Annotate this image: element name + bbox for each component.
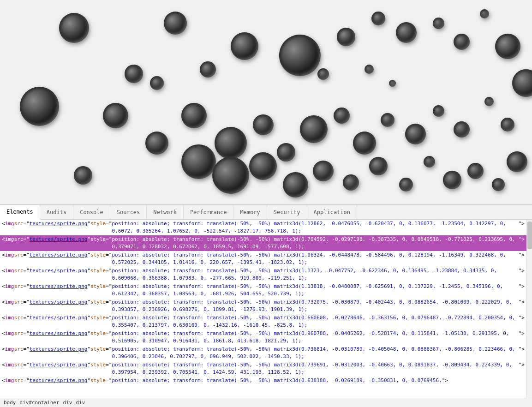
bubble <box>381 113 395 127</box>
bubble <box>313 161 334 181</box>
bubble <box>231 32 258 60</box>
breadcrumb-item[interactable]: div <box>76 400 85 406</box>
bubble <box>454 34 470 50</box>
code-line: <img src="textures/sprite.png" style="po… <box>0 220 526 235</box>
breadcrumb-item[interactable]: div#container <box>20 400 60 406</box>
bubble <box>371 12 385 25</box>
bubble <box>164 12 187 35</box>
tab-elements[interactable]: Elements <box>0 205 40 220</box>
bubble <box>405 124 426 144</box>
bubble <box>212 157 249 194</box>
src-link[interactable]: textures/sprite.png <box>30 283 88 290</box>
bubble <box>337 28 355 46</box>
tab-memory[interactable]: Memory <box>233 205 267 219</box>
bubble <box>389 80 396 87</box>
bubble-canvas <box>0 0 532 204</box>
bubble <box>467 163 484 179</box>
bubble <box>396 22 417 43</box>
scrollbar-track[interactable] <box>526 220 532 398</box>
bubble <box>215 127 247 159</box>
bubble <box>59 13 89 43</box>
tab-console[interactable]: Console <box>73 205 110 219</box>
tab-audits[interactable]: Audits <box>40 205 73 219</box>
bubble <box>512 69 532 97</box>
tab-performance[interactable]: Performance <box>184 205 233 219</box>
code-line: <img src="textures/sprite.png" style="po… <box>0 267 526 282</box>
src-link[interactable]: textures/sprite.png <box>30 346 88 353</box>
code-line: <img src="textures/sprite.png" style="po… <box>0 345 526 361</box>
code-line: <img src="textures/sprite.png" style="po… <box>0 314 526 329</box>
bubble <box>181 103 207 128</box>
code-line: <img src="textures/sprite.png" style="po… <box>0 361 526 377</box>
status-bar: body div#container div div <box>0 398 532 407</box>
bubble <box>353 132 376 155</box>
bubble <box>249 152 277 180</box>
src-link[interactable]: textures/sprite.png <box>30 377 88 384</box>
devtools-content: <img src="textures/sprite.png" style="po… <box>0 220 532 398</box>
bubble <box>443 171 461 189</box>
bubble <box>424 156 435 168</box>
src-link[interactable]: textures/sprite.png <box>30 251 88 259</box>
bubble <box>145 132 168 155</box>
bubble <box>74 166 92 185</box>
bubble <box>277 143 295 162</box>
bubble <box>495 34 520 59</box>
code-lines-container: <img src="textures/sprite.png" style="po… <box>0 220 532 398</box>
src-link[interactable]: textures/sprite.png <box>30 330 88 337</box>
bubble <box>200 61 216 78</box>
src-link[interactable]: textures/sprite.png <box>30 314 88 322</box>
bubble <box>369 157 388 175</box>
src-link[interactable]: textures/sprite.png <box>30 361 88 369</box>
code-line: <img src="textures/sprite.png" style="po… <box>0 377 526 385</box>
bubble <box>317 68 329 80</box>
bubble <box>492 178 505 191</box>
devtools-panel: ElementsAuditsConsoleSourcesNetworkPerfo… <box>0 204 532 407</box>
code-line: <img src="textures/sprite.png" style="po… <box>0 282 526 298</box>
bubble <box>433 18 444 29</box>
bubble <box>334 108 350 124</box>
tab-network[interactable]: Network <box>147 205 184 219</box>
bubble <box>279 35 321 76</box>
src-link[interactable]: textures/sprite.png <box>30 236 88 243</box>
tab-security[interactable]: Security <box>267 205 307 219</box>
bubble <box>103 103 128 128</box>
bubble <box>125 65 143 83</box>
bubble <box>343 174 359 191</box>
src-link[interactable]: textures/sprite.png <box>30 220 88 227</box>
bubble <box>150 76 164 90</box>
bubble <box>507 151 527 172</box>
code-line: <img src="textures/sprite.png" style="po… <box>0 329 526 345</box>
bubble <box>20 87 59 126</box>
devtools-tabs: ElementsAuditsConsoleSourcesNetworkPerfo… <box>0 205 532 220</box>
code-line: <img src="textures/sprite.png" style="po… <box>0 251 526 267</box>
bubble <box>399 178 413 192</box>
bubble <box>181 144 216 179</box>
tab-application[interactable]: Application <box>307 205 357 219</box>
breadcrumb-item[interactable]: body <box>4 400 16 406</box>
src-link[interactable]: textures/sprite.png <box>30 299 88 306</box>
bubble <box>253 114 274 135</box>
bubble <box>365 65 374 74</box>
bubble <box>433 105 444 117</box>
code-line: <img src="textures/sprite.png" style="po… <box>0 235 526 251</box>
scrollbar-thumb[interactable] <box>527 221 532 249</box>
tab-sources[interactable]: Sources <box>110 205 147 219</box>
bubble <box>501 118 514 132</box>
breadcrumb-item[interactable]: div <box>63 400 72 406</box>
bubble <box>300 115 328 143</box>
bubble <box>283 172 308 198</box>
browser-content <box>0 0 532 204</box>
bubble <box>454 121 470 138</box>
bubble <box>484 97 494 106</box>
src-link[interactable]: textures/sprite.png <box>30 267 88 275</box>
code-area[interactable]: <img src="textures/sprite.png" style="po… <box>0 220 526 398</box>
code-line: <img src="textures/sprite.png" style="po… <box>0 298 526 314</box>
bubble <box>480 9 489 18</box>
